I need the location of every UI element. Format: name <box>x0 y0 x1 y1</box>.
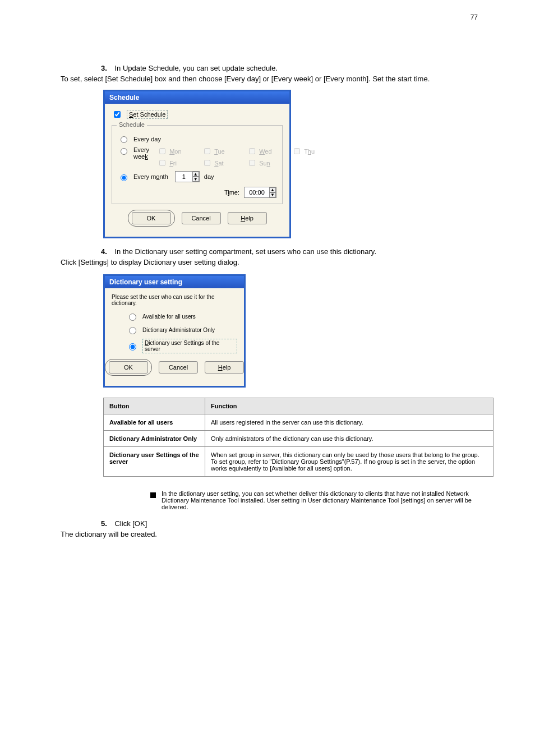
chk-wed[interactable] <box>249 148 255 154</box>
step-5: 5. Click [OK] <box>101 519 480 528</box>
lbl-mon: Mon <box>169 148 181 155</box>
table-row: Available for all users All users regist… <box>104 414 494 431</box>
page-number: 77 <box>471 13 478 21</box>
time-down[interactable]: ▼ <box>269 192 276 197</box>
square-bullet-icon <box>150 492 156 498</box>
lbl-sat: Sat <box>214 160 224 167</box>
schedule-group-legend: Schedule <box>117 121 147 128</box>
lbl-fri: Fri <box>169 160 177 167</box>
step-5-text: Click [OK] <box>114 519 147 528</box>
lbl-admin-only: Dictionary Administrator Only <box>142 327 215 333</box>
month-day-down[interactable]: ▼ <box>192 177 199 182</box>
dict-dialog-instruction: Please set the user who can use it for t… <box>112 294 237 306</box>
dict-cancel-button[interactable]: Cancel <box>159 361 198 374</box>
label-every-day: Every day <box>133 136 161 142</box>
label-every-week: Every week <box>133 146 149 160</box>
lbl-sun: Sun <box>259 160 270 167</box>
set-schedule-checkbox[interactable]: Set Schedule <box>112 109 168 119</box>
radio-admin-only[interactable]: Dictionary Administrator Only <box>126 325 237 334</box>
step-4: 4. In the Dictionary user setting compar… <box>101 247 480 256</box>
month-day-up[interactable]: ▲ <box>192 172 199 177</box>
month-day-label: day <box>204 173 214 180</box>
lbl-tue: Tue <box>214 148 225 155</box>
step-3-note: To set, select [Set Schedule] box and th… <box>61 75 480 83</box>
cell-button-1: Dictionary Administrator Only <box>104 431 205 447</box>
cell-function-0: All users registered in the server can u… <box>205 414 494 431</box>
cell-function-1: Only administrators of the dictionary ca… <box>205 431 494 447</box>
step-4-number: 4. <box>101 247 107 256</box>
lbl-thu: Thu <box>304 148 315 155</box>
settings-table: Button Function Available for all users … <box>103 398 494 477</box>
th-function: Function <box>205 398 494 414</box>
lbl-wed: Wed <box>259 148 271 155</box>
cell-button-0: Available for all users <box>104 414 205 431</box>
dictionary-user-setting-dialog: Dictionary user setting Please set the u… <box>103 274 246 388</box>
radio-every-day[interactable] <box>121 136 127 143</box>
set-schedule-check[interactable] <box>114 111 121 118</box>
appendix-note: In the dictionary user setting, you can … <box>150 490 480 510</box>
month-day-input[interactable] <box>176 172 192 182</box>
step-4-sub: Click [Settings] to display Dictionary u… <box>61 258 480 266</box>
table-row: Dictionary Administrator Only Only admin… <box>104 431 494 447</box>
chk-mon[interactable] <box>159 148 165 154</box>
lbl-server-settings: Dictionary user Settings of the server <box>142 339 237 353</box>
radio-every-week[interactable] <box>121 148 127 155</box>
dict-help-button[interactable]: Help <box>205 361 244 374</box>
step-5-sub: The dictionary will be created. <box>61 530 480 538</box>
step-3-text: In Update Schedule, you can set update s… <box>114 64 278 72</box>
step-5-number: 5. <box>101 519 107 528</box>
table-row: Dictionary user Settings of the server W… <box>104 447 494 477</box>
radio-every-month[interactable] <box>121 174 127 181</box>
cell-function-2: When set group in server, this dictionar… <box>205 447 494 477</box>
cell-button-2: Dictionary user Settings of the server <box>104 447 205 477</box>
radio-server-settings[interactable]: Dictionary user Settings of the server <box>126 339 237 353</box>
dict-ok-button[interactable]: OK <box>109 361 148 374</box>
schedule-dialog: Schedule Set Schedule Schedule Every day… <box>103 90 291 238</box>
chk-fri[interactable] <box>159 160 165 166</box>
step-3-number: 3. <box>101 64 107 72</box>
step-3: 3. In Update Schedule, you can set updat… <box>101 64 480 72</box>
chk-sun[interactable] <box>249 160 255 166</box>
step-4-text: In the Dictionary user setting compartme… <box>114 247 376 256</box>
default-ring: OK <box>128 210 175 227</box>
schedule-ok-button[interactable]: OK <box>132 212 171 224</box>
chk-sat[interactable] <box>204 160 210 166</box>
time-input[interactable] <box>245 187 269 197</box>
set-schedule-label: Set Schedule <box>127 110 168 119</box>
dict-dialog-title: Dictionary user setting <box>105 276 244 288</box>
time-label: Time: <box>224 189 239 196</box>
radio-available-all[interactable]: Available for all users <box>126 312 237 321</box>
chk-thu[interactable] <box>294 148 300 154</box>
schedule-cancel-button[interactable]: Cancel <box>182 212 221 224</box>
default-ring-2: OK <box>105 359 152 376</box>
time-up[interactable]: ▲ <box>269 187 276 192</box>
label-every-month: Every month <box>133 173 168 180</box>
schedule-dialog-title: Schedule <box>105 91 289 104</box>
chk-tue[interactable] <box>204 148 210 154</box>
schedule-help-button[interactable]: Help <box>228 212 267 224</box>
appendix-text: In the dictionary user setting, you can … <box>162 490 480 510</box>
lbl-available-all: Available for all users <box>142 314 196 320</box>
schedule-groupbox: Schedule Every day Every week Mon Tue We… <box>112 125 283 204</box>
th-button: Button <box>104 398 205 414</box>
